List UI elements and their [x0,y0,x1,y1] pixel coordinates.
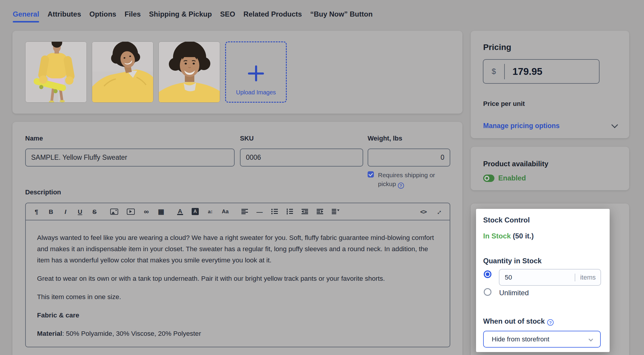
font-size-icon[interactable]: Aa [222,208,229,215]
product-images-card: Upload Images [12,31,462,114]
availability-status-label: Enabled [498,174,526,182]
out-of-stock-dropdown[interactable]: Hide from storefront [483,331,601,348]
plus-icon [248,65,264,81]
tab-attributes[interactable]: Attributes [47,10,81,22]
upload-images-dropzone[interactable]: Upload Images [225,41,287,103]
fabric-care-heading: Fabric & care [37,310,438,321]
tab-files[interactable]: Files [124,10,141,22]
description-paragraph: Great to wear on its own or with a tank … [37,273,438,284]
product-details-card: Name SKU Weight, lbs Requires shipping o… [12,122,462,355]
toggle-on-icon[interactable] [483,175,494,182]
editor-toolbar: ¶BIUS∞▦AAa↕Aa—<>↔ [26,203,450,220]
product-availability-card: Product availability Enabled [471,147,629,190]
checkbox-checked-icon[interactable] [368,171,374,178]
italic-icon[interactable]: I [63,208,68,215]
quantity-input-group: items [499,269,601,286]
model-torso-photo [92,42,153,103]
tab-options[interactable]: Options [89,10,116,22]
product-availability-title: Product availability [483,160,548,168]
line-height-icon[interactable]: a↕ [207,208,213,215]
quantity-radio-selected[interactable] [484,270,491,278]
question-circle-icon[interactable]: ? [547,319,554,326]
tab-buy-now-button[interactable]: “Buy Now” Button [310,10,373,22]
manage-pricing-options-link[interactable]: Manage pricing options [483,122,560,130]
description-label: Description [25,188,61,196]
unlimited-label[interactable]: Unlimited [499,289,529,297]
stock-control-title: Stock Control [483,216,530,224]
price-per-unit-label: Price per unit [483,100,525,108]
strikethrough-icon[interactable]: S [92,208,97,215]
insert-table-icon[interactable]: ▦ [158,208,164,215]
sku-field: SKU [240,135,363,167]
model-full-body-photo [25,42,87,103]
code-view-icon[interactable]: <> [420,208,426,215]
product-photo-2[interactable] [92,41,153,103]
insert-image-icon[interactable] [110,209,118,215]
align-left-icon[interactable] [241,209,248,214]
unlimited-radio[interactable] [484,288,491,296]
quantity-input[interactable] [499,274,575,281]
horizontal-rule-icon[interactable]: — [257,208,263,215]
description-paragraph: This item comes in one size. [37,291,438,303]
product-photo-1[interactable] [25,41,87,103]
availability-toggle-row[interactable]: Enabled [483,174,526,182]
quantity-in-stock-label: Quantity in Stock [483,257,542,265]
price-input-group: $ [483,59,600,84]
weight-field: Weight, lbs [368,135,450,167]
product-editor-tabs: General Attributes Options Files Shippin… [13,10,373,22]
weight-input[interactable] [368,149,450,167]
weight-label: Weight, lbs [368,135,450,142]
currency-symbol: $ [483,67,504,76]
quantity-unit-label: items [575,274,600,281]
sku-input[interactable] [240,149,363,167]
upload-images-label: Upload Images [226,89,286,96]
expand-editor-icon[interactable]: ↔ [433,206,443,217]
insert-link-icon[interactable]: ∞ [143,208,149,215]
stock-control-panel: Stock Control In Stock (50 it.) Quantity… [476,209,610,352]
name-label: Name [25,135,235,142]
question-circle-icon[interactable]: ? [398,183,404,189]
underline-icon[interactable]: U [77,208,83,215]
numbered-list-icon[interactable] [286,209,293,214]
text-color-icon[interactable]: A [177,208,183,215]
chevron-down-icon [589,337,592,342]
when-out-of-stock-text: When out of stock [483,317,545,325]
when-out-of-stock-label: When out of stock? [483,317,554,326]
sku-label: SKU [240,135,363,142]
indent-icon[interactable] [317,209,323,214]
requires-shipping-text: Requires shipping or pickup [378,172,435,187]
material-line: Material: 50% Polyamide, 30% Viscose, 20… [37,328,438,339]
tab-shipping-pickup[interactable]: Shipping & Pickup [149,10,212,22]
name-field: Name [25,135,235,167]
tab-general[interactable]: General [13,10,39,22]
name-input[interactable] [25,149,235,167]
image-tiles: Upload Images [25,41,287,103]
out-of-stock-selected-value: Hide from storefront [484,335,589,343]
description-text-area[interactable]: Always wanted to feel like you are weari… [26,220,450,347]
description-editor: ¶BIUS∞▦AAa↕Aa—<>↔ Always wanted to feel … [25,203,450,347]
paragraph-icon[interactable]: ¶ [33,208,39,215]
in-stock-label: In Stock [483,232,511,240]
requires-shipping-label: Requires shipping or pickup ? [378,171,440,189]
chevron-down-icon[interactable] [612,122,618,128]
in-stock-count: (50 it.) [513,232,534,240]
outdent-icon[interactable] [302,209,308,214]
tab-seo[interactable]: SEO [220,10,235,22]
stock-status: In Stock (50 it.) [483,232,534,240]
align-menu-icon[interactable] [332,209,339,214]
insert-video-icon[interactable] [127,209,135,215]
model-closeup-photo [159,42,220,103]
pricing-card: Pricing $ Price per unit Manage pricing … [471,31,629,138]
bullet-list-icon[interactable] [271,209,278,214]
color-line: Color: Yellow [37,346,438,347]
product-photo-3[interactable] [158,41,220,103]
description-paragraph: Always wanted to feel like you are weari… [37,232,438,266]
highlight-color-icon[interactable]: A [192,208,199,215]
requires-shipping-checkbox-row[interactable]: Requires shipping or pickup ? [368,171,440,189]
pricing-title: Pricing [483,43,511,52]
bold-icon[interactable]: B [48,208,54,215]
tab-related-products[interactable]: Related Products [243,10,302,22]
price-input[interactable] [505,66,579,77]
